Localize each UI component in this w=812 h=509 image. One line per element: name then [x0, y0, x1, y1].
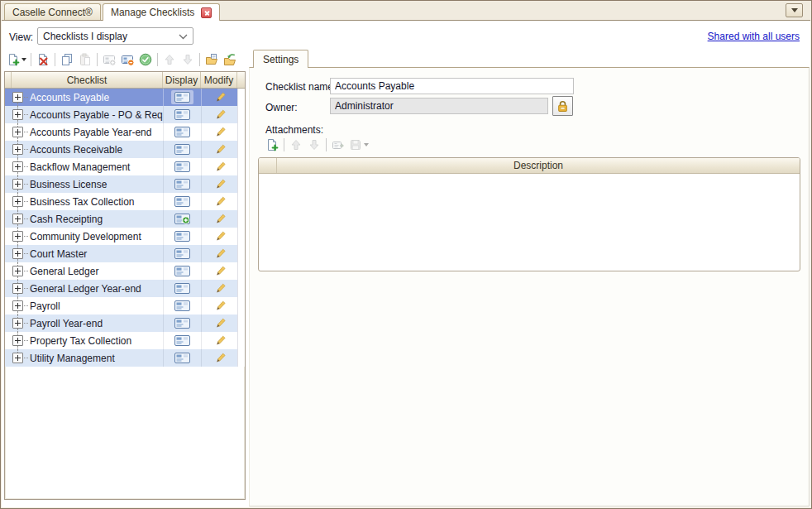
tab-caselle-connect[interactable]: Caselle Connect® — [4, 3, 101, 20]
display-toggle-cell[interactable] — [163, 262, 201, 280]
expand-plus-icon[interactable] — [12, 283, 23, 294]
modify-cell[interactable] — [201, 123, 237, 141]
expand-plus-icon[interactable] — [12, 196, 23, 207]
checklist-row[interactable]: Court Master — [5, 245, 245, 262]
modify-cell[interactable] — [201, 262, 237, 280]
checklist-row[interactable]: Payroll Year-end — [5, 315, 245, 332]
column-header-display[interactable]: Display — [163, 72, 201, 88]
checklist-row[interactable]: Property Tax Collection — [5, 332, 245, 349]
display-toggle-cell[interactable] — [163, 280, 201, 297]
checklist-row[interactable]: Payroll — [5, 297, 245, 315]
modify-cell[interactable] — [201, 332, 237, 349]
expand-plus-icon[interactable] — [12, 127, 23, 137]
modify-cell[interactable] — [201, 280, 237, 297]
display-toggle-cell[interactable] — [163, 158, 201, 175]
display-toggle-cell[interactable] — [163, 175, 201, 193]
column-header-description[interactable]: Description — [277, 158, 800, 173]
expand-plus-icon[interactable] — [12, 266, 23, 276]
modify-cell[interactable] — [201, 175, 237, 193]
checklist-row[interactable]: Community Development — [5, 228, 245, 245]
checklist-row-label-cell[interactable]: Payroll — [5, 297, 163, 315]
checklist-row-label-cell[interactable]: Accounts Payable - PO & Req — [5, 106, 163, 123]
checklist-row[interactable]: Accounts Payable — [5, 89, 245, 106]
checklist-row-label-cell[interactable]: Cash Receipting — [5, 210, 163, 228]
checklist-row[interactable]: General Ledger — [5, 262, 245, 280]
modify-cell[interactable] — [201, 349, 237, 367]
checklist-row-label-cell[interactable]: Property Tax Collection — [5, 332, 163, 349]
display-toggle-cell[interactable] — [163, 89, 201, 106]
expand-plus-icon[interactable] — [12, 109, 23, 120]
modify-cell[interactable] — [201, 193, 237, 210]
checklist-row[interactable]: Accounts Receivable — [5, 141, 245, 158]
checklist-row-label-cell[interactable]: Utility Management — [5, 349, 163, 367]
checklist-row[interactable]: Accounts Payable - PO & Req — [5, 106, 245, 123]
checklist-row-label-cell[interactable]: Business Tax Collection — [5, 193, 163, 210]
remove-from-display-button[interactable] — [118, 50, 136, 69]
expand-plus-icon[interactable] — [12, 214, 23, 224]
modify-cell[interactable] — [201, 106, 237, 123]
checklist-row-label-cell[interactable]: Backflow Management — [5, 158, 163, 175]
checklist-row[interactable]: Utility Management — [5, 349, 245, 367]
checklist-row-label-cell[interactable]: Community Development — [5, 228, 163, 245]
column-header-checklist[interactable]: Checklist — [12, 72, 163, 88]
display-toggle-cell[interactable] — [163, 349, 201, 367]
expand-plus-icon[interactable] — [12, 92, 23, 103]
tab-settings[interactable]: Settings — [253, 50, 308, 68]
import-checklist-button[interactable] — [221, 50, 239, 69]
export-checklist-button[interactable] — [203, 50, 221, 69]
copy-checklist-button[interactable] — [58, 50, 76, 69]
checklist-row-label-cell[interactable]: General Ledger — [5, 262, 163, 280]
expand-plus-icon[interactable] — [12, 353, 23, 363]
checklist-row-label-cell[interactable]: General Ledger Year-end — [5, 280, 163, 297]
display-toggle-cell[interactable] — [163, 228, 201, 245]
checklist-row[interactable]: General Ledger Year-end — [5, 280, 245, 297]
column-header-modify[interactable]: Modify — [201, 72, 237, 88]
checklist-row[interactable]: Business Tax Collection — [5, 193, 245, 210]
display-toggle-cell[interactable] — [163, 297, 201, 315]
add-attachment-button[interactable] — [263, 136, 281, 154]
expand-plus-icon[interactable] — [12, 231, 23, 242]
close-tab-icon[interactable] — [201, 7, 212, 18]
display-toggle-cell[interactable] — [163, 245, 201, 262]
expand-plus-icon[interactable] — [12, 318, 23, 329]
expand-plus-icon[interactable] — [12, 335, 23, 346]
modify-cell[interactable] — [201, 245, 237, 262]
checklist-row-label-cell[interactable]: Accounts Receivable — [5, 141, 163, 158]
expand-plus-icon[interactable] — [12, 300, 23, 311]
shared-with-all-users-link[interactable]: Shared with all users — [708, 31, 800, 42]
tab-overflow-button[interactable] — [786, 3, 803, 17]
checklist-row-label-cell[interactable]: Accounts Payable Year-end — [5, 123, 163, 141]
expand-plus-icon[interactable] — [12, 248, 23, 259]
mark-complete-button[interactable] — [136, 50, 155, 69]
tab-manage-checklists[interactable]: Manage Checklists — [103, 3, 220, 21]
display-toggle-cell[interactable] — [163, 210, 201, 228]
expand-plus-icon[interactable] — [12, 179, 23, 190]
expand-plus-icon[interactable] — [12, 144, 23, 155]
modify-cell[interactable] — [201, 158, 237, 175]
modify-cell[interactable] — [201, 297, 237, 315]
modify-cell[interactable] — [201, 228, 237, 245]
modify-cell[interactable] — [201, 210, 237, 228]
modify-cell[interactable] — [201, 89, 237, 106]
display-toggle-cell[interactable] — [163, 141, 201, 158]
modify-cell[interactable] — [201, 141, 237, 158]
checklist-name-input[interactable] — [330, 78, 574, 94]
delete-checklist-button[interactable] — [34, 50, 52, 69]
checklist-row[interactable]: Accounts Payable Year-end — [5, 123, 245, 141]
expand-plus-icon[interactable] — [12, 161, 23, 172]
checklist-row[interactable]: Business License — [5, 175, 245, 193]
checklist-row[interactable]: Backflow Management — [5, 158, 245, 175]
display-toggle-cell[interactable] — [163, 315, 201, 332]
display-toggle-cell[interactable] — [163, 193, 201, 210]
checklist-row-label-cell[interactable]: Court Master — [5, 245, 163, 262]
view-select[interactable]: Checklists I display — [37, 27, 193, 45]
display-toggle-cell[interactable] — [163, 106, 201, 123]
owner-lock-button[interactable] — [552, 96, 573, 116]
display-toggle-cell[interactable] — [163, 123, 201, 141]
new-checklist-button[interactable] — [5, 50, 28, 69]
checklist-row-label-cell[interactable]: Business License — [5, 175, 163, 193]
checklist-row-label-cell[interactable]: Accounts Payable — [5, 89, 163, 106]
checklist-row[interactable]: Cash Receipting — [5, 210, 245, 228]
modify-cell[interactable] — [201, 315, 237, 332]
checklist-row-label-cell[interactable]: Payroll Year-end — [5, 315, 163, 332]
